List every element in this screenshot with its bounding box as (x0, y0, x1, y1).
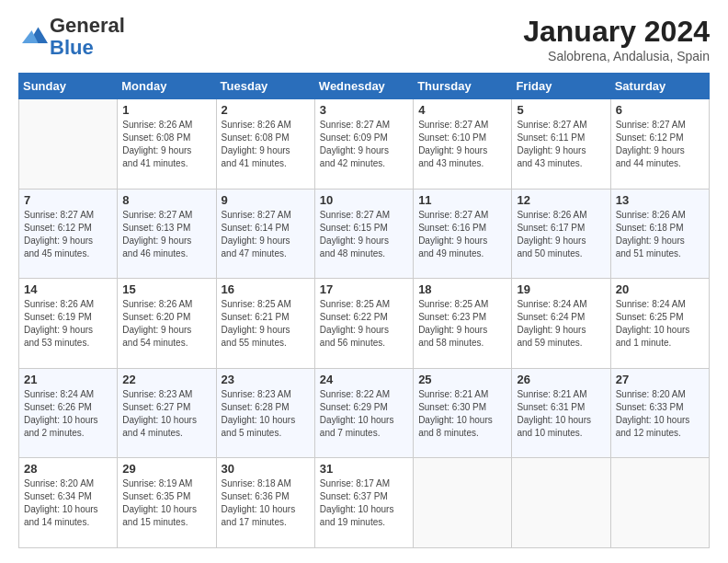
day-number: 17 (320, 282, 408, 296)
day-number: 2 (222, 103, 310, 117)
calendar-cell: 3Sunrise: 8:27 AM Sunset: 6:09 PM Daylig… (314, 99, 413, 190)
day-number: 23 (222, 373, 310, 386)
calendar-cell: 8Sunrise: 8:27 AM Sunset: 6:13 PM Daylig… (118, 189, 216, 279)
day-number: 9 (222, 193, 310, 207)
day-number: 3 (320, 103, 408, 117)
calendar-cell: 15Sunrise: 8:26 AM Sunset: 6:20 PM Dayli… (118, 279, 216, 369)
day-info: Sunrise: 8:27 AM Sunset: 6:14 PM Dayligh… (222, 209, 310, 260)
calendar-week-row: 7Sunrise: 8:27 AM Sunset: 6:12 PM Daylig… (19, 189, 710, 279)
day-number: 21 (24, 373, 112, 386)
weekday-header: Saturday (610, 74, 709, 99)
day-info: Sunrise: 8:27 AM Sunset: 6:13 PM Dayligh… (122, 209, 210, 260)
day-info: Sunrise: 8:24 AM Sunset: 6:26 PM Dayligh… (24, 388, 112, 440)
calendar-cell: 21Sunrise: 8:24 AM Sunset: 6:26 PM Dayli… (19, 368, 118, 458)
day-info: Sunrise: 8:26 AM Sunset: 6:18 PM Dayligh… (616, 209, 704, 260)
day-number: 7 (24, 193, 112, 207)
logo-text: General Blue (50, 15, 125, 59)
calendar-cell: 4Sunrise: 8:27 AM Sunset: 6:10 PM Daylig… (414, 99, 512, 190)
day-info: Sunrise: 8:24 AM Sunset: 6:24 PM Dayligh… (517, 298, 605, 350)
calendar-cell: 7Sunrise: 8:27 AM Sunset: 6:12 PM Daylig… (19, 189, 118, 279)
day-info: Sunrise: 8:27 AM Sunset: 6:10 PM Dayligh… (418, 119, 506, 170)
logo-blue: Blue (50, 36, 94, 59)
calendar-cell: 26Sunrise: 8:21 AM Sunset: 6:31 PM Dayli… (512, 368, 610, 458)
day-info: Sunrise: 8:21 AM Sunset: 6:31 PM Dayligh… (517, 388, 605, 440)
calendar-cell: 30Sunrise: 8:18 AM Sunset: 6:36 PM Dayli… (216, 458, 314, 548)
calendar-cell (19, 99, 118, 190)
calendar-cell (512, 458, 610, 548)
day-number: 1 (122, 103, 210, 117)
calendar-table: SundayMondayTuesdayWednesdayThursdayFrid… (18, 73, 710, 548)
calendar-cell: 18Sunrise: 8:25 AM Sunset: 6:23 PM Dayli… (414, 279, 512, 369)
day-info: Sunrise: 8:26 AM Sunset: 6:19 PM Dayligh… (24, 298, 112, 350)
calendar-cell: 1Sunrise: 8:26 AM Sunset: 6:08 PM Daylig… (118, 99, 216, 190)
day-info: Sunrise: 8:23 AM Sunset: 6:28 PM Dayligh… (222, 388, 310, 440)
calendar-cell: 22Sunrise: 8:23 AM Sunset: 6:27 PM Dayli… (118, 368, 216, 458)
day-info: Sunrise: 8:25 AM Sunset: 6:23 PM Dayligh… (418, 298, 506, 350)
calendar-cell (610, 458, 709, 548)
day-info: Sunrise: 8:27 AM Sunset: 6:11 PM Dayligh… (517, 119, 605, 170)
day-info: Sunrise: 8:27 AM Sunset: 6:16 PM Dayligh… (418, 209, 506, 260)
calendar-cell: 28Sunrise: 8:20 AM Sunset: 6:34 PM Dayli… (19, 458, 118, 548)
day-number: 6 (616, 103, 704, 117)
day-number: 16 (222, 282, 310, 296)
calendar-cell: 20Sunrise: 8:24 AM Sunset: 6:25 PM Dayli… (610, 279, 709, 369)
page: General Blue January 2024 Salobrena, And… (0, 0, 728, 563)
calendar-week-row: 28Sunrise: 8:20 AM Sunset: 6:34 PM Dayli… (19, 458, 710, 548)
day-number: 26 (517, 373, 605, 386)
logo: General Blue (18, 15, 125, 59)
logo-general: General (50, 14, 125, 37)
day-info: Sunrise: 8:25 AM Sunset: 6:22 PM Dayligh… (320, 298, 408, 350)
day-number: 24 (320, 373, 408, 386)
day-number: 30 (222, 462, 310, 476)
calendar-cell: 14Sunrise: 8:26 AM Sunset: 6:19 PM Dayli… (19, 279, 118, 369)
day-info: Sunrise: 8:21 AM Sunset: 6:30 PM Dayligh… (418, 388, 506, 440)
calendar-cell: 29Sunrise: 8:19 AM Sunset: 6:35 PM Dayli… (118, 458, 216, 548)
calendar-cell: 16Sunrise: 8:25 AM Sunset: 6:21 PM Dayli… (216, 279, 314, 369)
day-info: Sunrise: 8:27 AM Sunset: 6:15 PM Dayligh… (320, 209, 408, 260)
day-info: Sunrise: 8:25 AM Sunset: 6:21 PM Dayligh… (222, 298, 310, 350)
header: General Blue January 2024 Salobrena, And… (18, 15, 710, 63)
title-block: January 2024 Salobrena, Andalusia, Spain (523, 15, 710, 63)
calendar-cell: 31Sunrise: 8:17 AM Sunset: 6:37 PM Dayli… (314, 458, 413, 548)
day-number: 18 (418, 282, 506, 296)
weekday-header: Friday (512, 74, 610, 99)
day-number: 11 (418, 193, 506, 207)
day-info: Sunrise: 8:24 AM Sunset: 6:25 PM Dayligh… (616, 298, 704, 350)
day-number: 27 (616, 373, 704, 386)
day-number: 19 (517, 282, 605, 296)
weekday-header: Thursday (414, 74, 512, 99)
day-number: 15 (122, 282, 210, 296)
day-number: 10 (320, 193, 408, 207)
day-info: Sunrise: 8:22 AM Sunset: 6:29 PM Dayligh… (320, 388, 408, 440)
day-info: Sunrise: 8:27 AM Sunset: 6:12 PM Dayligh… (24, 209, 112, 260)
day-number: 28 (24, 462, 112, 476)
day-info: Sunrise: 8:26 AM Sunset: 6:08 PM Dayligh… (122, 119, 210, 170)
day-info: Sunrise: 8:26 AM Sunset: 6:08 PM Dayligh… (222, 119, 310, 170)
day-number: 14 (24, 282, 112, 296)
day-info: Sunrise: 8:18 AM Sunset: 6:36 PM Dayligh… (222, 477, 310, 529)
day-info: Sunrise: 8:20 AM Sunset: 6:33 PM Dayligh… (616, 388, 704, 440)
day-info: Sunrise: 8:19 AM Sunset: 6:35 PM Dayligh… (122, 477, 210, 529)
day-number: 5 (517, 103, 605, 117)
weekday-header: Monday (118, 74, 216, 99)
logo-icon (22, 24, 48, 50)
weekday-header: Sunday (19, 74, 118, 99)
calendar-cell: 25Sunrise: 8:21 AM Sunset: 6:30 PM Dayli… (414, 368, 512, 458)
calendar-cell: 12Sunrise: 8:26 AM Sunset: 6:17 PM Dayli… (512, 189, 610, 279)
day-number: 4 (418, 103, 506, 117)
day-number: 31 (320, 462, 408, 476)
weekday-header: Wednesday (314, 74, 413, 99)
day-info: Sunrise: 8:20 AM Sunset: 6:34 PM Dayligh… (24, 477, 112, 529)
location: Salobrena, Andalusia, Spain (523, 49, 710, 63)
calendar-cell: 27Sunrise: 8:20 AM Sunset: 6:33 PM Dayli… (610, 368, 709, 458)
day-info: Sunrise: 8:17 AM Sunset: 6:37 PM Dayligh… (320, 477, 408, 529)
calendar-cell: 2Sunrise: 8:26 AM Sunset: 6:08 PM Daylig… (216, 99, 314, 190)
calendar-week-row: 14Sunrise: 8:26 AM Sunset: 6:19 PM Dayli… (19, 279, 710, 369)
day-number: 12 (517, 193, 605, 207)
day-info: Sunrise: 8:27 AM Sunset: 6:12 PM Dayligh… (616, 119, 704, 170)
day-number: 13 (616, 193, 704, 207)
calendar-cell: 9Sunrise: 8:27 AM Sunset: 6:14 PM Daylig… (216, 189, 314, 279)
day-info: Sunrise: 8:26 AM Sunset: 6:17 PM Dayligh… (517, 209, 605, 260)
day-info: Sunrise: 8:26 AM Sunset: 6:20 PM Dayligh… (122, 298, 210, 350)
calendar-cell: 10Sunrise: 8:27 AM Sunset: 6:15 PM Dayli… (314, 189, 413, 279)
